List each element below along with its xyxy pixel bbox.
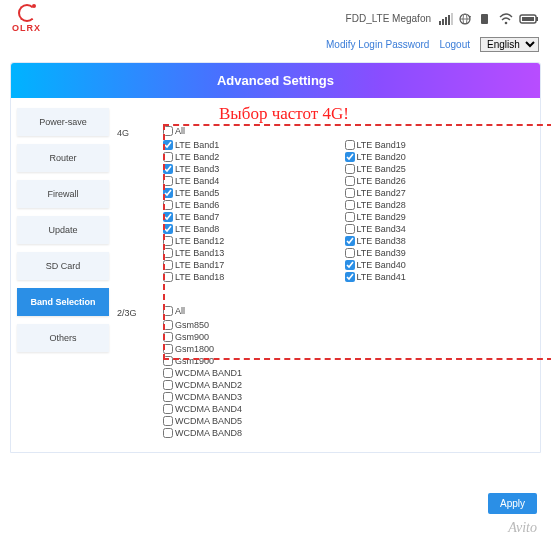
checkbox-input[interactable]	[163, 320, 173, 330]
checkbox-input[interactable]	[163, 416, 173, 426]
sidebar-item-update[interactable]: Update	[17, 216, 109, 244]
checkbox-gsm900[interactable]: Gsm900	[163, 332, 526, 342]
checkbox-label: LTE Band6	[175, 200, 219, 210]
checkbox-23g-all[interactable]: All	[163, 306, 526, 316]
checkbox-input[interactable]	[163, 392, 173, 402]
checkbox-lte-band3[interactable]: LTE Band3	[163, 164, 345, 174]
checkbox-label: LTE Band39	[357, 248, 406, 258]
checkbox-wcdma-band2[interactable]: WCDMA BAND2	[163, 380, 526, 390]
checkbox-input[interactable]	[345, 212, 355, 222]
checkbox-wcdma-band3[interactable]: WCDMA BAND3	[163, 392, 526, 402]
checkbox-lte-band13[interactable]: LTE Band13	[163, 248, 345, 258]
checkbox-wcdma-band8[interactable]: WCDMA BAND8	[163, 428, 526, 438]
checkbox-gsm850[interactable]: Gsm850	[163, 320, 526, 330]
checkbox-input[interactable]	[163, 368, 173, 378]
checkbox-lte-band20[interactable]: LTE Band20	[345, 152, 527, 162]
checkbox-lte-band41[interactable]: LTE Band41	[345, 272, 527, 282]
checkbox-input[interactable]	[163, 152, 173, 162]
checkbox-lte-band29[interactable]: LTE Band29	[345, 212, 527, 222]
checkbox-lte-band17[interactable]: LTE Band17	[163, 260, 345, 270]
checkbox-lte-band6[interactable]: LTE Band6	[163, 200, 345, 210]
checkbox-wcdma-band5[interactable]: WCDMA BAND5	[163, 416, 526, 426]
checkbox-lte-band25[interactable]: LTE Band25	[345, 164, 527, 174]
checkbox-lte-band8[interactable]: LTE Band8	[163, 224, 345, 234]
checkbox-input[interactable]	[345, 188, 355, 198]
checkbox-input[interactable]	[163, 260, 173, 270]
checkbox-input[interactable]	[345, 260, 355, 270]
sidebar-item-power-save[interactable]: Power-save	[17, 108, 109, 136]
checkbox-input[interactable]	[163, 212, 173, 222]
checkbox-lte-band2[interactable]: LTE Band2	[163, 152, 345, 162]
checkbox-input[interactable]	[163, 224, 173, 234]
svg-point-10	[505, 21, 508, 24]
logout-link[interactable]: Logout	[439, 39, 470, 50]
checkbox-4g-all[interactable]: All	[163, 126, 526, 136]
sidebar-item-router[interactable]: Router	[17, 144, 109, 172]
sidebar-item-band-selection[interactable]: Band Selection	[17, 288, 109, 316]
checkbox-lte-band38[interactable]: LTE Band38	[345, 236, 527, 246]
checkbox-input[interactable]	[345, 224, 355, 234]
checkbox-label: LTE Band8	[175, 224, 219, 234]
sidebar-item-others[interactable]: Others	[17, 324, 109, 352]
checkbox-lte-band26[interactable]: LTE Band26	[345, 176, 527, 186]
checkbox-input[interactable]	[163, 332, 173, 342]
checkbox-label: WCDMA BAND5	[175, 416, 242, 426]
checkbox-input[interactable]	[345, 272, 355, 282]
checkbox-lte-band12[interactable]: LTE Band12	[163, 236, 345, 246]
checkbox-input[interactable]	[163, 248, 173, 258]
checkbox-input[interactable]	[163, 236, 173, 246]
checkbox-lte-band7[interactable]: LTE Band7	[163, 212, 345, 222]
sidebar: Power-saveRouterFirewallUpdateSD CardBan…	[17, 108, 109, 446]
checkbox-label: LTE Band2	[175, 152, 219, 162]
sidebar-item-sd-card[interactable]: SD Card	[17, 252, 109, 280]
page-title: Advanced Settings	[11, 63, 540, 98]
checkbox-lte-band1[interactable]: LTE Band1	[163, 140, 345, 150]
checkbox-input[interactable]	[345, 200, 355, 210]
checkbox-input[interactable]	[163, 176, 173, 186]
checkbox-lte-band27[interactable]: LTE Band27	[345, 188, 527, 198]
checkbox-label: LTE Band1	[175, 140, 219, 150]
checkbox-input[interactable]	[163, 344, 173, 354]
checkbox-input[interactable]	[163, 126, 173, 136]
modify-password-link[interactable]: Modify Login Password	[326, 39, 429, 50]
language-select[interactable]: English	[480, 37, 539, 52]
checkbox-lte-band18[interactable]: LTE Band18	[163, 272, 345, 282]
svg-rect-12	[536, 17, 538, 21]
checkbox-input[interactable]	[163, 356, 173, 366]
checkbox-input[interactable]	[163, 140, 173, 150]
checkbox-input[interactable]	[345, 140, 355, 150]
checkbox-gsm1800[interactable]: Gsm1800	[163, 344, 526, 354]
checkbox-label: Gsm850	[175, 320, 209, 330]
checkbox-lte-band19[interactable]: LTE Band19	[345, 140, 527, 150]
checkbox-input[interactable]	[163, 404, 173, 414]
checkbox-input[interactable]	[345, 248, 355, 258]
checkbox-lte-band4[interactable]: LTE Band4	[163, 176, 345, 186]
checkbox-lte-band39[interactable]: LTE Band39	[345, 248, 527, 258]
checkbox-gsm1900[interactable]: Gsm1900	[163, 356, 526, 366]
checkbox-input[interactable]	[345, 236, 355, 246]
checkbox-input[interactable]	[163, 428, 173, 438]
checkbox-lte-band40[interactable]: LTE Band40	[345, 260, 527, 270]
apply-button[interactable]: Apply	[488, 493, 537, 514]
checkbox-lte-band28[interactable]: LTE Band28	[345, 200, 527, 210]
checkbox-input[interactable]	[163, 380, 173, 390]
checkbox-input[interactable]	[163, 188, 173, 198]
checkbox-input[interactable]	[345, 176, 355, 186]
checkbox-label: LTE Band3	[175, 164, 219, 174]
checkbox-wcdma-band4[interactable]: WCDMA BAND4	[163, 404, 526, 414]
battery-icon	[519, 13, 539, 25]
checkbox-wcdma-band1[interactable]: WCDMA BAND1	[163, 368, 526, 378]
checkbox-input[interactable]	[163, 306, 173, 316]
checkbox-input[interactable]	[345, 164, 355, 174]
sidebar-item-firewall[interactable]: Firewall	[17, 180, 109, 208]
checkbox-input[interactable]	[163, 164, 173, 174]
checkbox-label: LTE Band12	[175, 236, 224, 246]
checkbox-label: LTE Band38	[357, 236, 406, 246]
checkbox-lte-band5[interactable]: LTE Band5	[163, 188, 345, 198]
checkbox-input[interactable]	[163, 200, 173, 210]
checkbox-lte-band34[interactable]: LTE Band34	[345, 224, 527, 234]
checkbox-label: LTE Band29	[357, 212, 406, 222]
checkbox-input[interactable]	[345, 152, 355, 162]
checkbox-input[interactable]	[163, 272, 173, 282]
globe-icon: ▾	[459, 13, 473, 25]
